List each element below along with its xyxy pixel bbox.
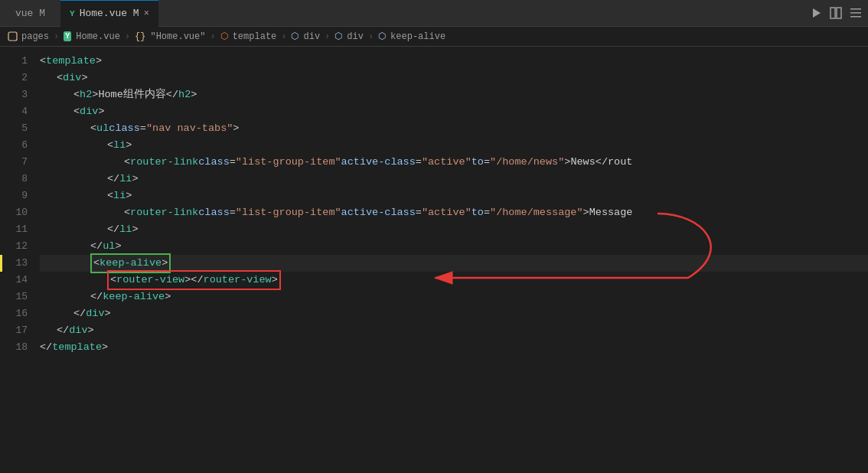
breadcrumb-template[interactable]: ⬡ template: [220, 31, 277, 42]
code-line-7: <router-link class="list-group-item" act…: [40, 154, 868, 171]
breadcrumb-homevue-json[interactable]: {} "Home.vue": [135, 31, 205, 42]
svg-rect-5: [850, 16, 861, 18]
code-line-2: <div>: [40, 70, 868, 86]
tab-close-icon[interactable]: ×: [144, 8, 149, 19]
breadcrumb: pages › Y Home.vue › {} "Home.vue" › ⬡ t…: [0, 27, 868, 47]
breadcrumb-pages[interactable]: pages: [8, 31, 49, 42]
tab-vue-m[interactable]: vue M: [6, 0, 54, 27]
code-line-11: </li>: [40, 221, 868, 238]
breadcrumb-div2[interactable]: ⬡ div: [334, 31, 364, 42]
line-numbers: 1 2 3 4 5 6 7 8 9 10 11 12 13 14 15 16 1…: [0, 47, 34, 473]
code-line-8: </li>: [40, 171, 868, 188]
breadcrumb-keep-alive[interactable]: ⬡ keep-alive: [378, 31, 445, 42]
code-content[interactable]: <template> <div> <h2>Home组件内容</h2> <div>…: [34, 47, 868, 473]
svg-rect-3: [850, 8, 861, 10]
code-line-1: <template>: [40, 53, 868, 70]
code-line-12: </ul>: [40, 238, 868, 255]
title-bar: vue M Y Home.vue M ×: [0, 0, 868, 27]
code-line-15: </keep-alive>: [40, 289, 868, 305]
tab-label: vue M: [15, 8, 45, 19]
tab-label: Home.vue M: [80, 8, 139, 19]
svg-rect-2: [837, 8, 841, 18]
svg-marker-0: [813, 8, 821, 18]
vue-file-icon: Y: [70, 9, 75, 18]
split-editor-icon[interactable]: [830, 7, 842, 19]
more-icon[interactable]: [850, 7, 862, 19]
run-icon[interactable]: [810, 7, 822, 19]
code-line-18: </template>: [40, 339, 868, 356]
tab-bar: vue M Y Home.vue M ×: [6, 0, 158, 27]
code-line-13: <keep-alive>: [40, 255, 868, 272]
code-line-6: <li>: [40, 137, 868, 154]
active-line-indicator: [0, 255, 2, 272]
code-line-9: <li>: [40, 188, 868, 204]
svg-rect-4: [850, 12, 861, 14]
code-line-5: <ul class="nav nav-tabs">: [40, 120, 868, 137]
code-line-3: <h2>Home组件内容</h2>: [40, 86, 868, 103]
breadcrumb-div1[interactable]: ⬡ div: [291, 31, 320, 42]
code-line-16: </div>: [40, 305, 868, 322]
code-line-10: <router-link class="list-group-item" act…: [40, 204, 868, 221]
code-line-4: <div>: [40, 103, 868, 120]
svg-rect-1: [830, 8, 835, 18]
svg-rect-6: [8, 32, 17, 41]
breadcrumb-home-vue[interactable]: Y Home.vue: [64, 31, 120, 42]
code-line-17: </div>: [40, 322, 868, 339]
code-line-14: <router-view></router-view>: [40, 272, 868, 289]
tab-home-vue[interactable]: Y Home.vue M ×: [60, 0, 158, 27]
code-editor: 1 2 3 4 5 6 7 8 9 10 11 12 13 14 15 16 1…: [0, 47, 868, 473]
toolbar-right: [810, 7, 862, 19]
